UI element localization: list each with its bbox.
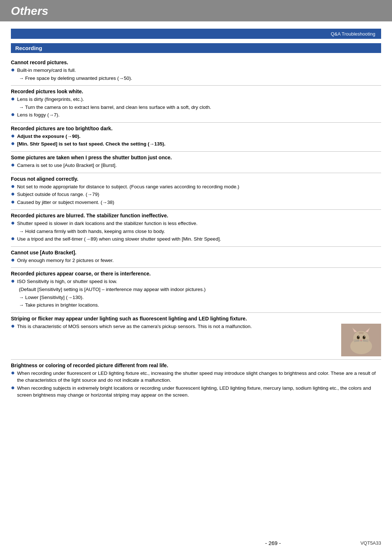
qa-item-coarse-interference: Recorded pictures appear coarse, or ther… bbox=[11, 268, 381, 312]
bullet-text: ISO Sensitivity is high, or shutter spee… bbox=[17, 278, 117, 285]
bullet-text: Lens is foggy (→7). bbox=[17, 111, 60, 119]
bullet-text: Lens is dirty (fingerprints, etc.). bbox=[17, 96, 84, 103]
bullet-item: ●Caused by jitter or subject movement. (… bbox=[11, 199, 381, 206]
qa-question: Striping or flicker may appear under lig… bbox=[11, 316, 381, 321]
qa-item-auto-bracket: Cannot use [Auto Bracket].●Only enough m… bbox=[11, 247, 381, 268]
bullet-text: Shutter speed is slower in dark location… bbox=[17, 220, 197, 227]
qa-item-look-white: Recorded pictures look white.●Lens is di… bbox=[11, 86, 381, 123]
model-number: VQT5A33 bbox=[360, 540, 381, 546]
qa-item-blurred: Recorded pictures are blurred. The stabi… bbox=[11, 210, 381, 247]
page-number: - 269 - bbox=[185, 540, 360, 546]
bullet-item: ●When recording under fluorescent or LED… bbox=[11, 370, 381, 384]
bullet-text: This is characteristic of MOS sensors wh… bbox=[17, 323, 252, 330]
bullet-item: ●Built-in memory/card is full. bbox=[11, 67, 381, 74]
bullet-item: ●Not set to mode appropriate for distanc… bbox=[11, 183, 381, 191]
bullet-item: ●Adjust the exposure (→90). bbox=[11, 133, 381, 140]
cat-image bbox=[341, 324, 381, 356]
bullet-item: ●This is characteristic of MOS sensors w… bbox=[11, 323, 337, 330]
bullet-item: ●Camera is set to use [Auto Bracket] or … bbox=[11, 162, 381, 169]
qa-question: Cannot use [Auto Bracket]. bbox=[11, 250, 381, 255]
bullet-text: Not set to mode appropriate for distance… bbox=[17, 183, 239, 191]
arrow-line: → Turn the camera on to extract lens bar… bbox=[19, 104, 381, 111]
qa-item-striping-flicker: Striping or flicker may appear under lig… bbox=[11, 313, 381, 360]
banner-text: Q&A Troubleshooting bbox=[331, 31, 375, 37]
svg-point-9 bbox=[358, 336, 359, 338]
bullet-item: ●[Min. Shtr Speed] is set to fast speed.… bbox=[11, 140, 381, 148]
page-header: Others bbox=[0, 0, 392, 21]
qa-question: Recorded pictures are too bright/too dar… bbox=[11, 126, 381, 131]
sub-text: (Default [Sensitivity] setting is [AUTO]… bbox=[19, 286, 381, 293]
qa-question: Some pictures are taken when I press the… bbox=[11, 155, 381, 160]
bullet-text: Subject outside of focus range. (→79) bbox=[17, 191, 99, 198]
qa-item-brightness-coloring: Brightness or coloring of recorded pictu… bbox=[11, 360, 381, 402]
qa-question: Cannot record pictures. bbox=[11, 60, 381, 65]
qa-container: Cannot record pictures.●Built-in memory/… bbox=[11, 57, 381, 402]
bullet-item: ●When recording subjects in extremely br… bbox=[11, 385, 381, 399]
section-header: Recording bbox=[11, 43, 381, 53]
qa-item-some-pictures: Some pictures are taken when I press the… bbox=[11, 152, 381, 173]
svg-point-10 bbox=[364, 336, 365, 338]
qa-item-cannot-record: Cannot record pictures.●Built-in memory/… bbox=[11, 57, 381, 86]
bullet-item: ●Lens is foggy (→7). bbox=[11, 111, 381, 119]
bullet-text: When recording subjects in extremely bri… bbox=[17, 385, 381, 399]
bullet-text: Camera is set to use [Auto Bracket] or [… bbox=[17, 162, 117, 169]
blue-banner: Q&A Troubleshooting bbox=[11, 29, 381, 39]
qa-item-too-bright-dark: Recorded pictures are too bright/too dar… bbox=[11, 123, 381, 152]
qa-answer-with-image: ●This is characteristic of MOS sensors w… bbox=[11, 323, 381, 356]
arrow-line: → Hold camera firmly with both hands, ke… bbox=[19, 228, 381, 235]
bullet-item: ●ISO Sensitivity is high, or shutter spe… bbox=[11, 278, 381, 285]
bullet-text: Adjust the exposure (→90). bbox=[17, 133, 81, 140]
bullet-text: Use a tripod and the self-timer (→89) wh… bbox=[17, 236, 221, 243]
page-title: Others bbox=[11, 4, 381, 18]
qa-item-focus-not-aligned: Focus not aligned correctly.●Not set to … bbox=[11, 173, 381, 210]
arrow-line: → Free space by deleting unwanted pictur… bbox=[19, 75, 381, 82]
bullet-item: ●Subject outside of focus range. (→79) bbox=[11, 191, 381, 198]
bullet-text: Built-in memory/card is full. bbox=[17, 67, 76, 74]
svg-point-12 bbox=[364, 336, 365, 337]
section-title: Recording bbox=[15, 45, 42, 51]
bullet-text: Caused by jitter or subject movement. (→… bbox=[17, 199, 114, 206]
svg-point-11 bbox=[358, 336, 359, 337]
qa-question: Recorded pictures appear coarse, or ther… bbox=[11, 271, 381, 277]
bullet-text: Only enough memory for 2 pictures or few… bbox=[17, 257, 114, 264]
bullet-text: [Min. Shtr Speed] is set to fast speed. … bbox=[17, 140, 166, 148]
bullet-item: ●Only enough memory for 2 pictures or fe… bbox=[11, 257, 381, 264]
arrow-line: → Lower [Sensitivity] (→130). bbox=[19, 294, 381, 301]
bullet-item: ●Shutter speed is slower in dark locatio… bbox=[11, 220, 381, 227]
qa-question: Recorded pictures look white. bbox=[11, 89, 381, 94]
bullet-item: ●Lens is dirty (fingerprints, etc.). bbox=[11, 96, 381, 103]
page-footer: - 269 - VQT5A33 bbox=[0, 540, 392, 546]
bullet-text: When recording under fluorescent or LED … bbox=[17, 370, 381, 384]
bullet-item: ●Use a tripod and the self-timer (→89) w… bbox=[11, 236, 381, 243]
qa-question: Brightness or coloring of recorded pictu… bbox=[11, 363, 381, 368]
qa-question: Focus not aligned correctly. bbox=[11, 176, 381, 182]
qa-question: Recorded pictures are blurred. The stabi… bbox=[11, 213, 381, 218]
content-area: Q&A Troubleshooting Recording Cannot rec… bbox=[0, 29, 392, 402]
arrow-line: → Take pictures in brighter locations. bbox=[19, 302, 381, 309]
